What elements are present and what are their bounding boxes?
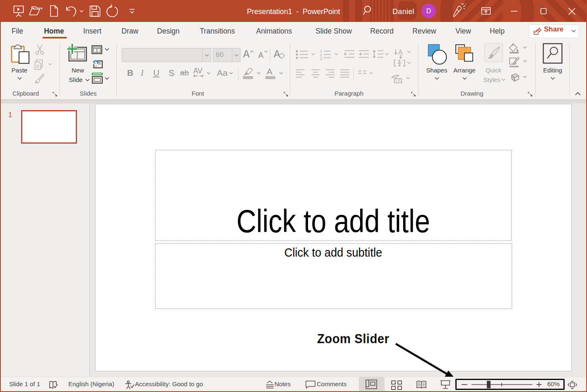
svg-text:3: 3 — [320, 57, 322, 61]
